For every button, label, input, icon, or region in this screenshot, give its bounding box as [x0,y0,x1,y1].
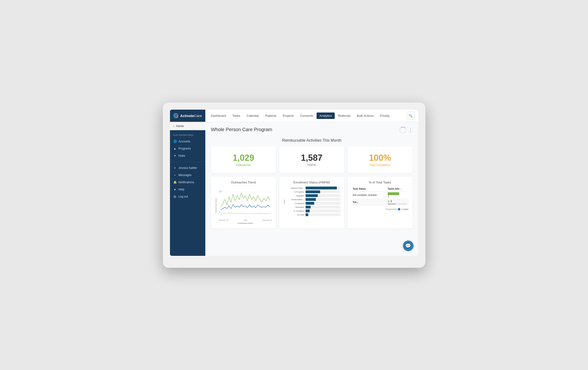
nav-analytics[interactable]: Analytics [316,112,335,119]
enrollment-row-6: In Transition [286,209,340,212]
logo-area: ActivateCare [170,110,205,122]
task-col-info: Tasks Info ↕ [386,186,409,191]
sidebar-hubs-label: Hubs [178,154,185,157]
trend-x-label: Outreached Week [219,222,272,224]
sidebar-item-messages[interactable]: ▪ Messages [170,172,205,179]
sidebar-item-notifications[interactable]: 🔔 Notifications [170,179,205,186]
sidebar-logout-label: Log out [178,195,188,198]
main-content: Whole Person Care Program ⋮ Reimbursable… [205,122,418,256]
nav-dashboard[interactable]: Dashboard [208,112,229,119]
task-progress-fill [388,204,396,205]
sidebar-item-logout[interactable]: ⏻ Log out [170,193,205,200]
outreaches-label: Outreaches [236,163,251,167]
enrollment-bar-wrap-1 [305,190,340,193]
sidebar-user-label: Jessica Sattler [178,166,197,170]
task-table: Task Status Tasks Info ↕ Not complete, o… [351,186,409,206]
sidebar-programs-label: Programs [178,147,191,150]
enrollment-row-7: On Hold [286,213,340,216]
accounts-icon: 🌐 [173,140,177,143]
enrollment-row-0: Refused Parti... [286,186,340,189]
enrollment-bar-6 [305,209,310,212]
enrollment-label-7: On Hold [286,214,305,216]
powered-by: Powered by 🔵 Looker [351,208,409,210]
nav-bulk-actions[interactable]: Bulk Actions [354,112,377,119]
sidebar-divider [170,162,205,162]
task-bar-cell [388,192,402,195]
chat-button[interactable]: 💬 [403,240,413,251]
search-button[interactable]: 🔍 [407,112,414,120]
chart-card-tasks: % of Total Tasks Task Status Tasks Info … [347,177,412,229]
x-tick-jan19: January '19 [219,219,229,221]
enrollment-bar-wrap-3 [305,198,340,201]
outreaches-value: 1,029 [232,153,254,163]
charts-row: Outreaches Trend Outreaches Demo [211,177,412,229]
help-icon: ● [173,188,177,191]
enrollment-label-4: Completed [286,202,305,205]
nav-consents[interactable]: Consents [297,112,316,119]
enrollment-bar-0 [305,186,337,189]
enrollment-label-6: In Transition [286,210,305,212]
metric-card-outreaches: 1,029 Outreaches [211,146,276,174]
nav-projects[interactable]: Projects [280,112,297,119]
sidebar-item-user[interactable]: ● Jessica Sattler [170,164,205,172]
task-bar-inner [388,192,399,195]
sidebar-item-help[interactable]: ● Help [170,186,205,193]
enrollment-label-1: In Progress [286,191,305,193]
task-status-0: Not complete, overdue [351,191,386,199]
sidebar-section-label: FOR PROMPTERS [170,130,205,138]
home-icon: ⌂ [173,125,175,127]
enrollment-row-4: Completed [286,202,340,205]
enrollment-label-3: Unreachable/... [286,198,305,201]
messages-icon: ▪ [173,174,177,177]
enrollment-label-0: Refused Parti... [286,187,305,189]
sidebar-home-label: Home [176,124,184,128]
x-tick-july: July [243,219,247,221]
screen: ActivateCare Dashboard Tasks Calendar Pa… [170,110,418,256]
task-col-status: Task Status [351,186,386,191]
tasks-chart-title: % of Total Tasks [351,181,409,184]
sidebar-notifications-label: Notifications [178,181,194,184]
enrollment-bars: Refused Parti... In Progress [286,186,340,217]
x-tick-jan20: January '20 [262,219,272,221]
trend-y-axis-label: Outreaches Demo [215,186,218,225]
svg-text:0: 0 [219,211,220,214]
trend-chart-container: Outreaches Demo 100 0 [215,186,272,225]
logout-icon: ⏻ [173,195,177,198]
sidebar-home-item[interactable]: ⌂ Home [170,122,205,130]
enrollment-chart-wrap: Value Refused Parti... In Progress [283,186,340,217]
looker-label: Looker [401,208,409,210]
task-completion-label: Task Completion [369,163,390,167]
enrollment-bar-2 [305,194,318,197]
sidebar-accounts-label: Accounts [178,140,190,143]
page-title-row: Whole Person Care Program ⋮ [211,127,412,133]
enrollment-label-2: Engaged [286,195,305,197]
enrollment-bar-5 [305,206,311,208]
enrollment-bar-wrap-6 [305,209,340,212]
sidebar-item-accounts[interactable]: 🌐 Accounts [170,138,205,145]
chart-card-trend: Outreaches Trend Outreaches Demo [211,177,276,229]
enrollment-label-5: Relocated [286,206,305,208]
sidebar-item-programs[interactable]: ▲ Programs [170,145,205,152]
nav-priority[interactable]: Priority [377,112,392,119]
laptop-frame: ActivateCare Dashboard Tasks Calendar Pa… [163,102,425,268]
enrollment-bar-wrap-7 [305,213,340,216]
nav-referrals[interactable]: Referrals [335,112,354,119]
page-title: Whole Person Care Program [211,127,273,132]
task-total-row: Tot... ◎ 1 [351,199,409,206]
more-options-icon[interactable]: ⋮ [408,128,412,133]
nav-calendar[interactable]: Calendar [243,112,262,119]
nav-items: Dashboard Tasks Calendar Patients Projec… [205,112,407,119]
enrollment-y-axis: Value [283,186,286,217]
loading-icon [400,127,406,133]
enrollment-row-5: Relocated [286,206,340,208]
nav-tasks[interactable]: Tasks [230,112,243,119]
task-total-label: Tot... [351,199,386,206]
sort-icon[interactable]: ↕ [400,187,401,190]
hubs-icon: ✦ [173,154,177,157]
top-nav: ActivateCare Dashboard Tasks Calendar Pa… [170,110,418,122]
enrollment-row-1: In Progress [286,190,340,193]
pmpm-value: 1,587 [301,153,322,163]
enrollment-chart-title: Enrollment Status (PMPM) [283,181,340,184]
nav-patients[interactable]: Patients [262,112,279,119]
sidebar-item-hubs[interactable]: ✦ Hubs [170,152,205,159]
